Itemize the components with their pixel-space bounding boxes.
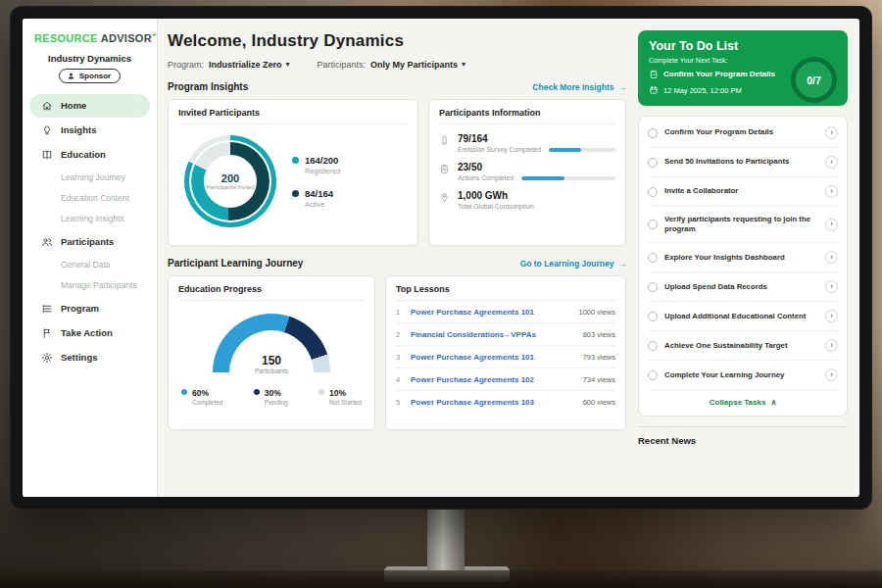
todo-progress-value: 0/7 (807, 74, 821, 86)
sidebar-item-insights[interactable]: Insights (29, 119, 150, 142)
app-logo: RESOURCE ADVISOR+ (23, 28, 157, 44)
lightbulb-icon (41, 124, 53, 136)
lesson-link[interactable]: Power Purchase Agreements 102 (411, 375, 576, 384)
invited-donut-inner-ring: 200 Participants Invited (191, 142, 270, 220)
section-title: Program Insights (168, 81, 248, 92)
task-row[interactable]: Complete Your Learning Journey › (648, 361, 838, 390)
legend-value: 60% (192, 388, 222, 398)
participants-filter-dropdown[interactable]: Participants: Only My Participants ▾ (318, 60, 466, 70)
task-checkbox[interactable] (648, 220, 658, 229)
sidebar-item-education[interactable]: Education (29, 143, 150, 167)
invited-donut-gap: 200 Participants Invited (189, 140, 271, 222)
program-filter-label: Program: (168, 60, 204, 70)
task-list-card: Confirm Your Program Details › Send 50 I… (638, 116, 848, 416)
sidebar-item-manage-participants[interactable]: Manage Participants (23, 275, 157, 296)
legend-item: 84/164 Active (292, 188, 340, 209)
sidebar-sub-label: Education Content (61, 193, 129, 203)
participants-filter-label: Participants: (318, 60, 367, 70)
emission-progress-bar (549, 148, 615, 152)
card-title: Education Progress (178, 284, 365, 301)
check-more-insights-link[interactable]: Check More Insights → (532, 82, 626, 92)
program-insights-cards: Invited Participants 200 Participants In… (168, 99, 626, 246)
program-filter-dropdown[interactable]: Program: Industrialize Zero ▾ (168, 60, 290, 70)
lesson-row[interactable]: 4 Power Purchase Agreements 102 734 view… (396, 368, 615, 391)
todo-summary-card: Your To Do List Complete Your Next Task:… (638, 30, 848, 106)
task-checkbox[interactable] (648, 187, 658, 197)
task-row[interactable]: Achieve One Sustainability Target › (648, 331, 838, 361)
task-row[interactable]: Explore Your Insights Dashboard › (648, 243, 838, 272)
task-row[interactable]: Invite a Collaborator › (648, 177, 838, 207)
stat-value: 1,000 GWh (458, 190, 615, 201)
lesson-row[interactable]: 5 Power Purchase Agreements 103 600 view… (396, 391, 615, 414)
sidebar-item-general-data[interactable]: General Data (23, 255, 157, 275)
task-checkbox[interactable] (648, 312, 658, 321)
sidebar-item-take-action[interactable]: Take Action (29, 321, 150, 345)
task-row[interactable]: Send 50 Invitations to Participants › (648, 148, 838, 177)
chevron-right-icon[interactable]: › (825, 185, 838, 198)
chevron-right-icon[interactable]: › (825, 339, 838, 352)
stat-label: Emission Survey Completed (458, 146, 541, 153)
section-title: Participant Learning Journey (168, 258, 303, 269)
chevron-right-icon[interactable]: › (825, 368, 838, 381)
task-row[interactable]: Confirm Your Program Details › (648, 119, 838, 148)
go-to-learning-journey-link[interactable]: Go to Learning Journey → (520, 259, 626, 269)
task-label: Invite a Collaborator (664, 186, 818, 196)
sidebar-nav: Home Insights Education Learning Journey… (23, 94, 157, 369)
sidebar-item-program[interactable]: Program (29, 297, 150, 320)
lesson-row[interactable]: 2 Financial Considerations - VPPAs 803 v… (396, 323, 615, 346)
lesson-rank: 1 (396, 308, 404, 317)
lesson-row[interactable]: 3 Power Purchase Agreements 101 793 view… (396, 346, 615, 368)
legend-dot-completed (181, 389, 187, 395)
sidebar-item-learning-insights[interactable]: Learning Insights (23, 209, 157, 229)
lesson-row[interactable]: 1 Power Purchase Agreements 101 1000 vie… (396, 301, 615, 323)
legend-label: Completed (192, 399, 222, 406)
progress-fill (521, 176, 564, 180)
chevron-right-icon[interactable]: › (825, 219, 838, 231)
learning-journey-header: Participant Learning Journey Go to Learn… (168, 258, 626, 269)
chevron-right-icon[interactable]: › (825, 126, 838, 139)
sidebar-item-settings[interactable]: Settings (29, 346, 150, 369)
lesson-link[interactable]: Power Purchase Agreements 103 (411, 398, 576, 407)
lesson-link[interactable]: Power Purchase Agreements 101 (411, 353, 576, 362)
task-checkbox[interactable] (648, 370, 658, 380)
link-label: Go to Learning Journey (520, 259, 614, 269)
chevron-right-icon[interactable]: › (825, 156, 838, 169)
sidebar-item-learning-journey[interactable]: Learning Journey (23, 168, 157, 188)
task-checkbox[interactable] (648, 158, 658, 168)
todo-column: Your To Do List Complete Your Next Task:… (638, 19, 859, 497)
task-row[interactable]: Verify participants requesting to join t… (648, 207, 838, 243)
sidebar-item-home[interactable]: Home (29, 94, 150, 118)
monitor-bezel: RESOURCE ADVISOR+ Industry Dynamics Spon… (10, 6, 872, 510)
task-checkbox[interactable] (648, 128, 658, 138)
task-checkbox[interactable] (648, 282, 658, 292)
chevron-right-icon[interactable]: › (825, 280, 838, 293)
person-icon (67, 72, 75, 80)
people-icon (41, 236, 53, 248)
book-icon (41, 149, 53, 161)
task-checkbox[interactable] (648, 341, 658, 351)
collapse-tasks-link[interactable]: Collapse Tasks ∧ (648, 390, 838, 414)
arrow-right-icon: → (618, 259, 627, 269)
task-label: Confirm Your Program Details (664, 127, 818, 137)
sidebar-sub-label: Learning Journey (61, 172, 125, 182)
actions-progress-bar (521, 176, 615, 180)
lesson-link[interactable]: Financial Considerations - VPPAs (411, 330, 576, 339)
chevron-right-icon[interactable]: › (825, 310, 838, 322)
sidebar-item-label: Program (61, 303, 99, 314)
legend-value: 164/200 (305, 155, 340, 166)
sidebar-sub-label: Manage Participants (61, 280, 137, 290)
sidebar-item-participants[interactable]: Participants (29, 230, 150, 254)
task-row[interactable]: Upload Additional Educational Content › (648, 302, 838, 331)
invited-participants-card: Invited Participants 200 Participants In… (168, 99, 418, 246)
sidebar-item-education-content[interactable]: Education Content (23, 188, 157, 209)
stat-row: 23/50 Actions Completed (439, 162, 615, 181)
program-insights-header: Program Insights Check More Insights → (168, 81, 626, 92)
task-row[interactable]: Upload Spend Data Records › (648, 272, 838, 302)
task-checkbox[interactable] (648, 253, 658, 263)
lesson-link[interactable]: Power Purchase Agreements 101 (411, 308, 571, 317)
legend-item: 30% Pending (254, 388, 288, 406)
sidebar-item-label: Education (61, 149, 106, 160)
education-gauge: 150 Participants (213, 314, 330, 373)
chevron-right-icon[interactable]: › (825, 251, 838, 264)
task-label: Verify participants requesting to join t… (664, 215, 818, 234)
